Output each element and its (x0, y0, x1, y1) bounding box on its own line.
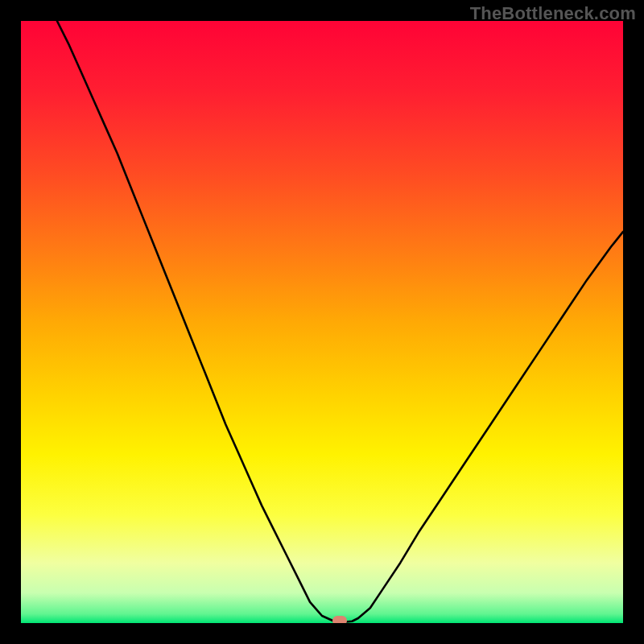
plot-area (21, 21, 623, 623)
chart-background (21, 21, 623, 623)
bottleneck-chart-svg (21, 21, 623, 623)
minimum-marker (332, 616, 347, 623)
chart-frame: TheBottleneck.com (0, 0, 644, 644)
